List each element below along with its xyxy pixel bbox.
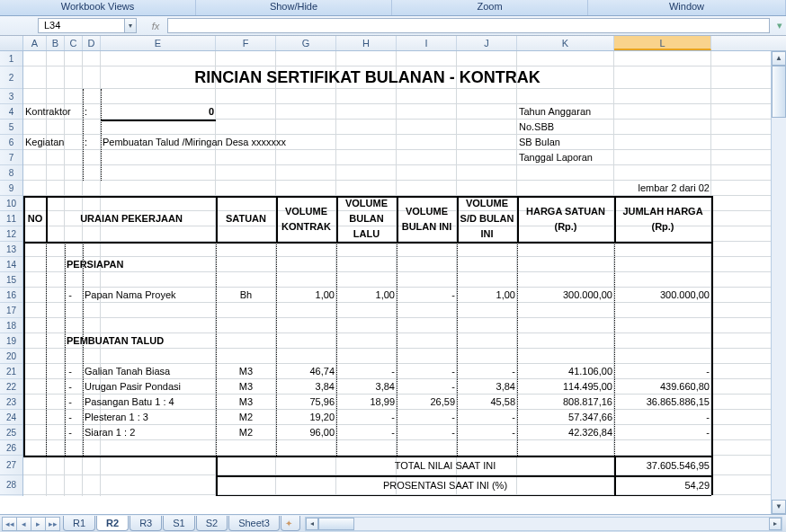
select-all-corner[interactable] [0,36,23,50]
row-header-17[interactable]: 17 [0,303,22,318]
vertical-scrollbar[interactable]: ▲ ▼ [771,51,786,514]
row-dash: - [65,364,76,379]
row-header-28[interactable]: 28 [0,475,22,495]
row-vk: 19,20 [276,410,336,425]
row-header-24[interactable]: 24 [0,410,22,425]
name-box[interactable]: L34 ▾ [38,18,137,33]
row-header-11[interactable]: 11 [0,211,22,226]
col-header-C[interactable]: C [65,36,83,50]
tab-nav: ◂◂ ◂ ▸ ▸▸ [2,517,59,531]
row-sat: Bh [216,288,276,303]
row-header-5[interactable]: 5 [0,120,22,135]
sheet-tab-S1[interactable]: S1 [163,516,194,531]
row-header-7[interactable]: 7 [0,150,22,165]
colon: : [83,104,92,120]
label-tahun: Tahun Anggaran [517,104,652,120]
row-vk: 96,00 [276,425,336,440]
col-header-B[interactable]: B [47,36,65,50]
row-header-18[interactable]: 18 [0,318,22,333]
row-header-10[interactable]: 10 [0,196,22,211]
formula-expand[interactable]: ▾ [773,20,786,31]
label-lembar: lembar 2 dari 02 [517,181,711,196]
sheet-tab-S2[interactable]: S2 [196,516,228,531]
row-vk: 46,74 [276,364,336,379]
tab-nav-last[interactable]: ▸▸ [45,517,60,531]
row-header-22[interactable]: 22 [0,379,22,395]
row-header-13[interactable]: 13 [0,242,22,257]
fx-icon[interactable]: fx [147,21,164,31]
sheet-tab-R3[interactable]: R3 [130,516,162,531]
col-header-E[interactable]: E [101,36,216,50]
row-header-26[interactable]: 26 [0,440,22,456]
vscroll-thumb[interactable] [772,66,786,118]
tab-nav-first[interactable]: ◂◂ [2,517,17,531]
horizontal-scrollbar[interactable]: ◂ ▸ [305,517,782,531]
row-vk: 75,96 [276,395,336,410]
col-header-K[interactable]: K [517,36,614,50]
row-header-1[interactable]: 1 [0,51,22,66]
row-header-14[interactable]: 14 [0,257,22,272]
col-header-F[interactable]: F [216,36,276,50]
col-header-H[interactable]: H [336,36,397,50]
colon: : [83,135,92,150]
scroll-down-arrow[interactable]: ▼ [772,500,786,514]
row-vl: - [336,410,397,425]
row-header-21[interactable]: 21 [0,364,22,379]
col-header-L[interactable]: L [614,36,711,50]
row-vi: - [397,288,457,303]
ribbon-group-showhide[interactable]: Show/Hide [196,0,392,15]
row-header-19[interactable]: 19 [0,333,22,349]
row-header-8[interactable]: 8 [0,165,22,181]
row-header-20[interactable]: 20 [0,349,22,364]
row-name: Pasangan Batu 1 : 4 [83,395,216,410]
hscroll-right[interactable]: ▸ [769,518,782,530]
sheet-tabs: R1R2R3S1S2Sheet3✦ [63,516,301,531]
row-jh: - [614,425,711,440]
insert-sheet-icon[interactable]: ✦ [281,516,300,531]
row-header-15[interactable]: 15 [0,272,22,288]
row-header-12[interactable]: 12 [0,226,22,242]
col-header-A[interactable]: A [23,36,47,50]
row-vk: 3,84 [276,379,336,395]
ribbon-group-window[interactable]: Window [588,0,786,15]
row-name: Papan Nama Proyek [83,288,216,303]
val-kegiatan: Pembuatan Talud /Miringan Desa xxxxxxx [101,135,371,150]
row-sat: M2 [216,425,276,440]
scroll-up-arrow[interactable]: ▲ [772,51,786,66]
sheet-tab-Sheet3[interactable]: Sheet3 [228,516,280,531]
formula-bar: L34 ▾ fx ▾ [0,16,786,36]
row-header-27[interactable]: 27 [0,456,22,475]
row-header-6[interactable]: 6 [0,135,22,150]
ribbon-group-zoom[interactable]: Zoom [392,0,588,15]
row-header-25[interactable]: 25 [0,425,22,440]
col-header-D[interactable]: D [83,36,101,50]
col-header-J[interactable]: J [457,36,517,50]
hscroll-left[interactable]: ◂ [306,518,318,530]
row-vl: - [336,364,397,379]
row-header-16[interactable]: 16 [0,288,22,303]
ribbon-group-views[interactable]: Workbook Views [0,0,196,15]
row-header-23[interactable]: 23 [0,395,22,410]
row-header-3[interactable]: 3 [0,89,22,104]
row-vs: - [457,425,517,440]
hscroll-thumb[interactable] [318,518,354,530]
tab-nav-prev[interactable]: ◂ [16,517,31,531]
tab-nav-next[interactable]: ▸ [31,517,46,531]
row-name: Plesteran 1 : 3 [83,410,216,425]
name-box-value: L34 [44,20,60,31]
sheet-tab-R2[interactable]: R2 [96,516,129,531]
spreadsheet-grid[interactable]: A B C D E F G H I J K L 1234567891011121… [0,36,786,496]
formula-input[interactable] [167,18,770,33]
row-vs: 1,00 [457,288,517,303]
row-header-2[interactable]: 2 [0,66,22,89]
name-box-dropdown[interactable]: ▾ [124,19,136,32]
col-header-G[interactable]: G [276,36,336,50]
row-vl: 1,00 [336,288,397,303]
total-val2: 54,29 [614,475,711,495]
cells-area[interactable]: RINCIAN SERTIFIKAT BULANAN - KONTRAKKont… [23,51,786,496]
label-kontraktor: Kontraktor [23,104,77,120]
row-header-4[interactable]: 4 [0,104,22,120]
row-header-9[interactable]: 9 [0,181,22,196]
sheet-tab-R1[interactable]: R1 [63,516,95,531]
col-header-I[interactable]: I [397,36,457,50]
